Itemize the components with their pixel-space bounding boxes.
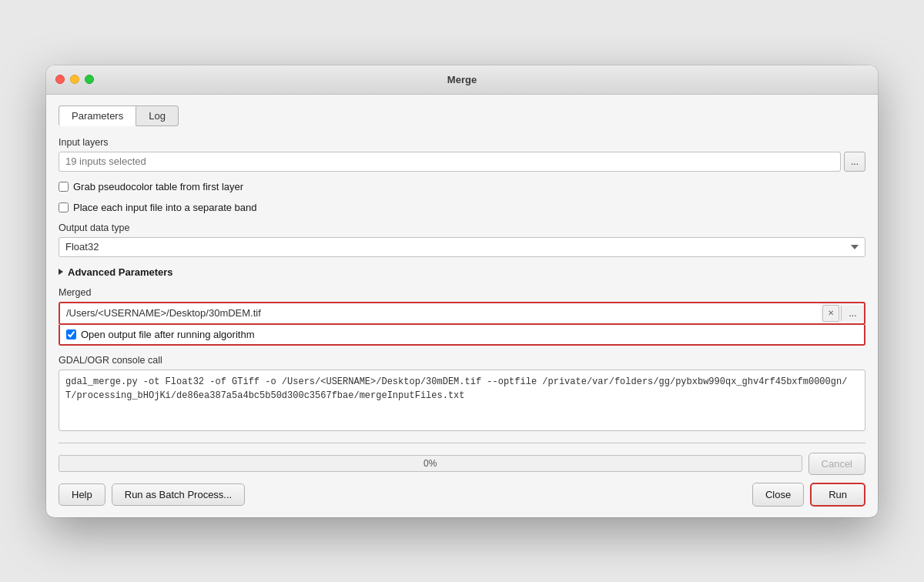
place-each-input-row: Place each input file into a separate ba…	[59, 202, 865, 213]
bottom-right-buttons: Close Run	[752, 483, 865, 507]
advanced-params-toggle[interactable]: Advanced Parameters	[59, 266, 865, 278]
merge-dialog: Merge Parameters Log Input layers ... Gr…	[46, 65, 878, 517]
minimize-button[interactable]	[70, 75, 79, 84]
merged-label: Merged	[59, 287, 865, 298]
progress-label: 0%	[424, 458, 437, 469]
close-button[interactable]	[55, 75, 65, 84]
window-title: Merge	[447, 74, 477, 85]
triangle-icon	[59, 269, 63, 275]
maximize-button[interactable]	[85, 75, 94, 84]
merged-input-container: ✕ ...	[59, 302, 865, 325]
input-layers-row: ...	[59, 152, 865, 172]
grab-pseudocolor-checkbox[interactable]	[59, 182, 69, 192]
open-output-container: Open output file after running algorithm	[59, 325, 865, 346]
place-each-input-label[interactable]: Place each input file into a separate ba…	[73, 202, 257, 213]
merged-clear-btn[interactable]: ✕	[822, 305, 839, 322]
grab-pseudocolor-label[interactable]: Grab pseudocolor table from first layer	[73, 181, 243, 192]
open-output-checkbox[interactable]	[66, 329, 76, 340]
run-button[interactable]: Run	[810, 483, 865, 507]
bottom-buttons: Help Run as Batch Process... Close Run	[59, 483, 865, 507]
open-output-label[interactable]: Open output file after running algorithm	[81, 329, 254, 340]
merged-browse-btn[interactable]: ...	[841, 306, 864, 321]
close-button[interactable]: Close	[752, 483, 804, 507]
window-body: Parameters Log Input layers ... Grab pse…	[46, 95, 878, 517]
output-data-type-group: Output data type Float32 Byte Int16 UInt…	[59, 222, 865, 257]
progress-row: 0% Cancel	[59, 453, 865, 475]
console-label: GDAL/OGR console call	[59, 355, 865, 366]
help-button[interactable]: Help	[59, 483, 105, 506]
batch-process-button[interactable]: Run as Batch Process...	[112, 483, 245, 506]
console-textarea[interactable]: gdal_merge.py -ot Float32 -of GTiff -o /…	[59, 370, 865, 431]
input-layers-label: Input layers	[59, 137, 865, 148]
console-group: GDAL/OGR console call gdal_merge.py -ot …	[59, 355, 865, 433]
title-bar: Merge	[46, 65, 878, 95]
merged-group: Merged ✕ ... Open output file after runn…	[59, 287, 865, 346]
place-each-input-checkbox[interactable]	[59, 202, 69, 212]
merged-input-row: ✕ ...	[60, 303, 864, 323]
merged-path-input[interactable]	[60, 303, 821, 323]
tab-parameters[interactable]: Parameters	[59, 105, 136, 126]
input-layers-group: Input layers ...	[59, 137, 865, 172]
grab-pseudocolor-row: Grab pseudocolor table from first layer	[59, 181, 865, 192]
advanced-params-label: Advanced Parameters	[68, 266, 173, 278]
progress-bar-wrap: 0%	[59, 455, 802, 472]
output-data-type-select[interactable]: Float32 Byte Int16 UInt16 UInt32 Int32 F…	[59, 237, 865, 257]
input-layers-browse-btn[interactable]: ...	[844, 152, 865, 172]
tab-bar: Parameters Log	[59, 105, 865, 126]
input-layers-field[interactable]	[59, 152, 841, 172]
traffic-lights	[55, 75, 94, 84]
divider	[59, 443, 865, 443]
bottom-left-buttons: Help Run as Batch Process...	[59, 483, 245, 506]
output-data-type-label: Output data type	[59, 222, 865, 233]
tab-log[interactable]: Log	[136, 105, 179, 126]
cancel-button[interactable]: Cancel	[808, 453, 865, 475]
